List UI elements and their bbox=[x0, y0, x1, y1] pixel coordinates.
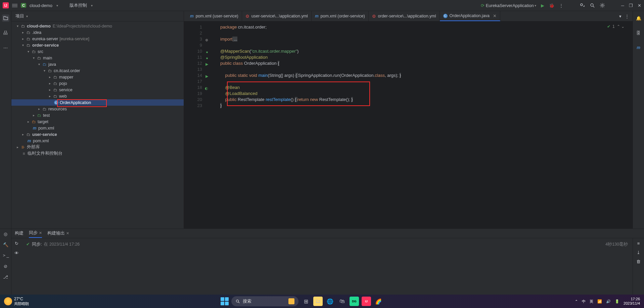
tab-more-icon[interactable]: ⋮ bbox=[625, 14, 629, 19]
line-num: 10 bbox=[197, 49, 202, 54]
terminal-tool-icon[interactable]: ＞_ bbox=[2, 252, 9, 259]
tree-row-orderapplication[interactable]: COrderApplication bbox=[11, 99, 184, 106]
taskbar-app-explorer[interactable]: 🗂 bbox=[313, 297, 323, 306]
tree-label: user-service bbox=[32, 132, 57, 137]
svg-point-4 bbox=[236, 300, 239, 302]
more-actions-button[interactable]: ⋮ bbox=[559, 3, 563, 8]
bottom-tab-build[interactable]: 构建 bbox=[15, 229, 24, 238]
taskbar-app-taskview[interactable]: ⊞ bbox=[301, 297, 311, 306]
structure-tool-button[interactable]: 品 bbox=[2, 29, 9, 37]
tab-label: OrderApplication.java bbox=[450, 13, 490, 18]
project-panel-header[interactable]: 项目 ▾ bbox=[11, 11, 184, 21]
tree-row-scratches[interactable]: ≡临时文件和控制台 bbox=[11, 150, 184, 157]
editor-tab-active[interactable]: COrderApplication.java✕ bbox=[440, 11, 501, 21]
weather-widget[interactable]: 27°C 局部晴朗 bbox=[4, 297, 29, 306]
close-icon[interactable]: ✕ bbox=[39, 231, 42, 235]
tree-row-ext-libs[interactable]: ▸⊪外部库 bbox=[11, 144, 184, 150]
tree-label: main bbox=[43, 56, 52, 60]
view-icon[interactable]: 👁 bbox=[14, 251, 19, 256]
tree-row-root[interactable]: ▾🗀cloud-demoE:\IdeaProjects\test\cloud-d… bbox=[11, 23, 184, 29]
run-button[interactable]: ▶ bbox=[541, 3, 544, 8]
tray-chevron-icon[interactable]: ⌃ bbox=[575, 299, 578, 304]
main-menu-button[interactable] bbox=[12, 4, 17, 7]
taskbar-app-edge[interactable]: 🌐 bbox=[325, 297, 335, 306]
vcs-menu[interactable]: 版本控制 bbox=[70, 2, 87, 8]
tree-label: test bbox=[43, 113, 50, 118]
tree-row-java[interactable]: ▾🗀java bbox=[11, 61, 184, 67]
notifications-icon[interactable]: 🔔 bbox=[635, 14, 642, 22]
tree-row-test[interactable]: ▸🗀test bbox=[11, 112, 184, 118]
tab-list-icon[interactable]: ▾ bbox=[619, 14, 622, 19]
tray-volume-icon[interactable]: 🔊 bbox=[606, 299, 611, 304]
database-tool-icon[interactable]: 🗄 bbox=[635, 29, 642, 37]
clear-icon[interactable]: 🗑 bbox=[636, 259, 641, 264]
tray-wifi-icon[interactable]: 📶 bbox=[597, 299, 602, 304]
tree-row-idea[interactable]: ▸🗀.idea bbox=[11, 29, 184, 36]
editor-tab[interactable]: mpom.xml (user-service) bbox=[187, 11, 242, 21]
tree-row-src[interactable]: ▾🗀src bbox=[11, 48, 184, 55]
line-num: 2 bbox=[184, 30, 202, 36]
taskbar-app-datagrip[interactable]: DG bbox=[350, 297, 359, 306]
maven-tool-icon[interactable]: m bbox=[635, 44, 642, 51]
settings-icon[interactable] bbox=[600, 3, 605, 8]
soft-wrap-icon[interactable]: ≡ bbox=[637, 241, 640, 246]
search-everywhere-icon[interactable] bbox=[590, 3, 595, 8]
line-num: 1 bbox=[184, 24, 202, 30]
rerun-icon[interactable]: ↻ bbox=[15, 241, 18, 246]
tree-row-order-service[interactable]: ▾🗀order-service bbox=[11, 42, 184, 48]
taskbar-app-store[interactable]: 🛍 bbox=[337, 297, 347, 306]
code-content[interactable]: package cn.itcast.order; import ... @Map… bbox=[204, 21, 401, 228]
build-tool-icon[interactable]: 🔨 bbox=[2, 241, 9, 248]
project-tool-button[interactable] bbox=[2, 14, 9, 22]
inspection-indicator[interactable]: ✔1⌃ ⌄ bbox=[607, 24, 625, 29]
taskbar-app-chrome[interactable]: 🌈 bbox=[374, 297, 383, 306]
tree-row-main[interactable]: ▾🗀main bbox=[11, 55, 184, 61]
bottom-tab-buildoutput[interactable]: 构建输出✕ bbox=[47, 229, 69, 238]
editor-tabs: mpom.xml (user-service) ⚙user-service\..… bbox=[184, 11, 633, 21]
project-tree: ▾🗀cloud-demoE:\IdeaProjects\test\cloud-d… bbox=[11, 21, 184, 228]
close-tab-icon[interactable]: ✕ bbox=[493, 13, 497, 18]
services-tool-icon[interactable]: ◎ bbox=[2, 230, 9, 238]
tree-label: 临时文件和控制台 bbox=[28, 151, 62, 156]
tab-label: pom.xml (order-service) bbox=[321, 14, 365, 18]
vcs-tool-icon[interactable]: ⎇ bbox=[2, 273, 9, 280]
run-config-selector[interactable]: ⟳EurekaServerApplication▾ bbox=[481, 3, 536, 8]
tree-row-pojo[interactable]: ▸🗀pojo bbox=[11, 80, 184, 87]
tray-lang2[interactable]: 英 bbox=[590, 299, 593, 304]
tree-row-target[interactable]: ▸🗀target bbox=[11, 118, 184, 125]
close-icon[interactable]: ✕ bbox=[66, 231, 69, 236]
project-name[interactable]: cloud-demo bbox=[30, 3, 52, 8]
bottom-tab-sync[interactable]: 同步✕ bbox=[29, 229, 42, 238]
tray-battery-icon[interactable]: 🔋 bbox=[615, 299, 619, 304]
tree-row-eureka[interactable]: ▸🗀eureka-server[eureka-service] bbox=[11, 36, 184, 42]
editor-body[interactable]: ✔1⌃ ⌄ 1 2 3⊕ 9 10● 11● 12▶ 13 14▶ 17 18◐… bbox=[184, 21, 633, 228]
editor-tab[interactable]: ⚙user-service\...\application.yml bbox=[242, 11, 312, 21]
tree-row-resources[interactable]: ▸🗀resources bbox=[11, 106, 184, 112]
close-button[interactable]: ✕ bbox=[638, 3, 641, 8]
maximize-button[interactable]: ❐ bbox=[629, 3, 633, 8]
problems-tool-icon[interactable]: ⊘ bbox=[2, 262, 9, 270]
more-tool-button[interactable]: ⋯ bbox=[2, 44, 9, 51]
tree-row-pom[interactable]: mpom.xml bbox=[11, 125, 184, 131]
svg-line-2 bbox=[593, 6, 594, 7]
tree-row-web[interactable]: ▸🗀web bbox=[11, 93, 184, 99]
taskbar-app-intellij[interactable]: IJ bbox=[362, 297, 371, 306]
line-num: 11 bbox=[197, 55, 202, 60]
scroll-end-icon[interactable]: ⤓ bbox=[637, 250, 640, 255]
tree-row-service[interactable]: ▸🗀service bbox=[11, 87, 184, 93]
tree-row-mapper[interactable]: ▸🗀mapper bbox=[11, 74, 184, 80]
tray-clock[interactable]: 17:26 2023/11/4 bbox=[624, 297, 640, 306]
tree-row-user-service[interactable]: ▸🗀user-service bbox=[11, 131, 184, 138]
taskbar-search[interactable]: 搜索 bbox=[231, 296, 298, 306]
line-num: 20 bbox=[184, 97, 202, 103]
tree-row-pom2[interactable]: mpom.xml bbox=[11, 138, 184, 144]
editor-tab[interactable]: ⚙order-service\...\application.yml bbox=[369, 11, 440, 21]
project-panel-title: 项目 bbox=[15, 13, 24, 19]
minimize-button[interactable]: ─ bbox=[621, 3, 624, 8]
tree-row-package[interactable]: ▾🗀cn.itcast.order bbox=[11, 67, 184, 74]
editor-tab[interactable]: mpom.xml (order-service) bbox=[312, 11, 369, 21]
start-button[interactable] bbox=[221, 297, 229, 305]
debug-button[interactable]: 🐞 bbox=[549, 3, 554, 8]
tray-lang1[interactable]: 中 bbox=[582, 299, 586, 304]
code-with-me-icon[interactable] bbox=[580, 3, 585, 8]
